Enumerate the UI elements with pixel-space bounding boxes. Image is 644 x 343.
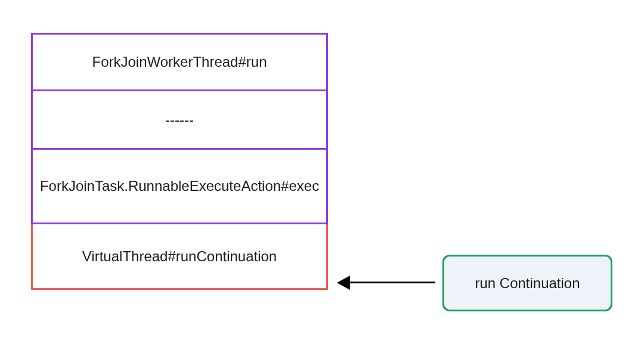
stack-frame-forkjoinworkerthread-run: ForkJoinWorkerThread#run (31, 33, 328, 91)
stack-frame-label: ------ (165, 110, 194, 129)
call-stack: ForkJoinWorkerThread#run ------ ForkJoin… (31, 33, 328, 290)
stack-frame-virtualthread-runcontinuation: VirtualThread#runContinuation (31, 224, 328, 290)
stack-frame-ellipsis: ------ (31, 91, 328, 150)
stack-frame-label: VirtualThread#runContinuation (82, 247, 277, 265)
arrow-to-stack-icon (337, 281, 435, 285)
arrow-line (346, 282, 435, 283)
continuation-label: run Continuation (475, 275, 580, 292)
continuation-box: run Continuation (442, 255, 612, 311)
stack-frame-forkjointask-exec: ForkJoinTask.RunnableExecuteAction#exec (31, 150, 328, 224)
stack-frame-label: ForkJoinTask.RunnableExecuteAction#exec (40, 177, 319, 195)
stack-frame-label: ForkJoinWorkerThread#run (92, 52, 267, 71)
arrow-head-icon (337, 276, 350, 290)
